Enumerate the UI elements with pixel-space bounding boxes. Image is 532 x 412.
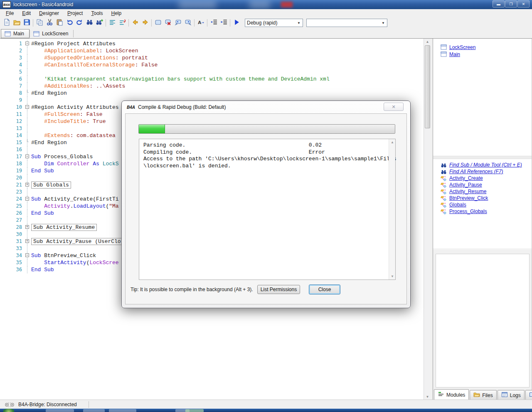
menu-item-edit[interactable]: Edit — [18, 10, 35, 17]
taskbar-button[interactable] — [46, 409, 74, 412]
sub-link[interactable]: BtnPreview_Click — [449, 195, 488, 201]
indent-button[interactable] — [219, 18, 229, 27]
module-link[interactable]: Main — [449, 52, 460, 57]
outdent-icon — [210, 19, 217, 27]
collapsed-sub[interactable]: Sub Activity_Resume — [31, 224, 97, 231]
redo-button[interactable] — [74, 18, 84, 27]
toolbar-separator — [151, 19, 152, 27]
windows-taskbar[interactable] — [0, 409, 532, 412]
outdent-button[interactable] — [209, 18, 219, 27]
find-tool-item: Find All References (F7) — [441, 168, 522, 175]
taskbar-button[interactable] — [109, 409, 136, 412]
log-scrollbar[interactable]: ▲ ▼ — [389, 139, 395, 280]
remove-view-button[interactable] — [163, 18, 173, 27]
line-number: 13 — [0, 125, 24, 132]
line-number: 9 — [0, 97, 24, 104]
panel-divider-2 — [433, 249, 532, 249]
new-file-button[interactable] — [2, 18, 12, 27]
uncomment-selection-button[interactable] — [117, 18, 127, 27]
fold-expand-icon[interactable]: + — [25, 225, 29, 229]
editor-vertical-scrollbar[interactable]: ▲ ▼ — [424, 39, 431, 400]
undo-icon — [66, 19, 73, 27]
scroll-down-icon[interactable]: ▼ — [424, 394, 431, 400]
collapsed-sub[interactable]: Sub Globals — [31, 181, 71, 189]
panel-tab-modules[interactable]: Modules — [434, 389, 469, 400]
compile-progress-bar — [138, 124, 395, 134]
minimize-button[interactable]: ▬ — [493, 0, 505, 7]
list-permissions-button[interactable]: List Permissions — [257, 285, 300, 294]
sub-link[interactable]: Process_Globals — [449, 208, 487, 214]
panel-tab-bar: ModulesFilesLogsLibs — [433, 389, 532, 400]
fold-expand-icon[interactable]: + — [25, 183, 29, 186]
paste-button[interactable] — [54, 18, 64, 27]
menu-item-help[interactable]: Help — [107, 10, 126, 17]
fold-collapse-icon[interactable]: − — [25, 253, 29, 257]
collapsed-sub[interactable]: Sub Activity_Pause (UserClo — [31, 238, 123, 245]
cut-button[interactable] — [44, 18, 54, 27]
restore-button[interactable]: ❐ — [505, 0, 517, 7]
dialog-title-bar[interactable]: B4A Compile & Rapid Debug (Build: Defaul… — [122, 101, 410, 113]
fold-collapse-icon[interactable]: − — [25, 154, 29, 158]
log-scroll-up-icon[interactable]: ▲ — [389, 140, 396, 144]
comment-selection-button[interactable] — [107, 18, 117, 27]
code-line: 4 #CanInstallToExternalStorage: False — [0, 61, 431, 69]
change-case-icon: A — [197, 19, 204, 27]
title-bar[interactable]: B4A lockscreen - Basic4android ▬ ❐ ✕ — [0, 0, 532, 9]
fold-collapse-icon[interactable]: − — [25, 42, 29, 45]
previous-bubble-button[interactable] — [173, 18, 183, 27]
secondary-select[interactable]: ▼ — [306, 19, 387, 27]
dialog-close-action-button[interactable]: Close — [309, 284, 340, 294]
copy-button[interactable] — [34, 18, 44, 27]
next-bubble-button[interactable] — [183, 18, 193, 27]
line-number: 21 — [0, 181, 24, 189]
menu-item-tools[interactable]: Tools — [87, 10, 107, 17]
taskbar-button[interactable] — [185, 409, 204, 412]
sub-link[interactable]: Activity_Pause — [449, 182, 482, 188]
fold-expand-icon[interactable]: + — [25, 239, 29, 243]
editor-scrollbar-thumb[interactable] — [425, 45, 430, 128]
find-button[interactable] — [84, 18, 94, 27]
redo-icon — [76, 19, 83, 27]
find-tool-link[interactable]: Find All References (F7) — [449, 169, 503, 174]
sub-link[interactable]: Activity_Resume — [449, 189, 486, 194]
sub-icon — [441, 208, 447, 215]
close-button[interactable]: ✕ — [517, 0, 530, 7]
taskbar-button[interactable] — [83, 409, 105, 412]
line-number: 6 — [0, 76, 24, 83]
panel-tab-logs[interactable]: Logs — [498, 390, 525, 400]
file-tab-main[interactable]: Main — [1, 29, 30, 38]
panel-tab-files[interactable]: Files — [470, 390, 496, 400]
start-orb[interactable] — [3, 409, 14, 412]
fold-collapse-icon[interactable]: − — [25, 197, 29, 201]
menu-item-file[interactable]: File — [2, 10, 18, 17]
fold-end-icon: └ — [26, 90, 29, 95]
navigate-forward-button[interactable] — [140, 18, 150, 27]
fold-collapse-icon[interactable]: − — [25, 105, 29, 109]
log-scroll-down-icon[interactable]: ▼ — [389, 275, 396, 278]
sub-link[interactable]: Activity_Create — [449, 175, 483, 181]
compile-dialog[interactable]: B4A Compile & Rapid Debug (Build: Defaul… — [121, 101, 411, 308]
dialog-close-button[interactable]: ✕ — [384, 103, 404, 111]
menu-item-project[interactable]: Project — [63, 10, 87, 17]
toolbar-separator — [207, 19, 207, 27]
build-configuration-select[interactable]: Debug (rapid)▼ — [245, 19, 303, 27]
scroll-up-icon[interactable]: ▲ — [424, 39, 431, 45]
open-designer-button[interactable] — [153, 18, 163, 27]
compile-log-box[interactable]: Parsing code. 0.02 Compiling code. Error… — [139, 139, 396, 280]
module-link[interactable]: LockScreen — [449, 44, 475, 50]
save-button[interactable] — [22, 18, 32, 27]
menu-item-designer[interactable]: Designer — [35, 10, 63, 17]
run-button[interactable] — [232, 18, 241, 27]
panel-tab-libs[interactable]: Libs — [525, 390, 532, 400]
navigate-back-button[interactable] — [130, 18, 140, 27]
module-window-icon — [441, 51, 447, 57]
file-tab-lockscreen[interactable]: LockScreen — [30, 29, 73, 38]
find-in-modules-button[interactable] — [94, 18, 104, 27]
change-case-button[interactable]: A — [196, 18, 206, 27]
sub-link[interactable]: Globals — [449, 202, 466, 208]
find-tool-link[interactable]: Find Sub / Module Tool (Ctrl + E) — [449, 162, 522, 168]
paste-icon — [56, 19, 63, 27]
undo-button[interactable] — [64, 18, 74, 27]
open-designer-icon — [155, 19, 162, 27]
open-folder-button[interactable] — [12, 18, 22, 27]
